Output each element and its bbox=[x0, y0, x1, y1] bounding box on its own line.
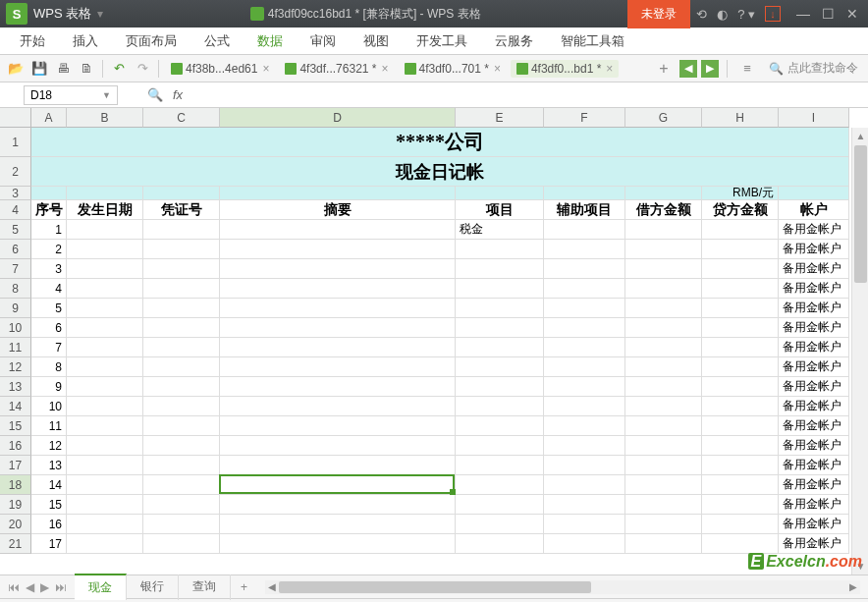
cell[interactable] bbox=[544, 377, 625, 397]
cell[interactable] bbox=[544, 456, 625, 475]
cell[interactable]: 13 bbox=[31, 456, 67, 475]
cell[interactable] bbox=[220, 534, 456, 554]
cell[interactable] bbox=[702, 357, 779, 377]
cell[interactable] bbox=[625, 534, 702, 554]
col-header-A[interactable]: A bbox=[31, 108, 67, 128]
header-发生日期[interactable]: 发生日期 bbox=[67, 200, 143, 220]
cell[interactable] bbox=[702, 259, 779, 279]
cell[interactable] bbox=[220, 259, 456, 279]
cell[interactable] bbox=[544, 187, 625, 200]
col-header-E[interactable]: E bbox=[456, 108, 544, 128]
cell[interactable] bbox=[67, 534, 143, 554]
cell[interactable] bbox=[456, 259, 544, 279]
doc-tab[interactable]: 4f3df0...701 *× bbox=[399, 60, 507, 78]
cell[interactable] bbox=[143, 377, 220, 397]
cell[interactable] bbox=[702, 397, 779, 416]
cells-area[interactable]: *****公司现金日记帐RMB/元序号发生日期凭证号摘要项目辅助项目借方金额贷方… bbox=[31, 128, 849, 554]
cell[interactable]: 7 bbox=[31, 338, 67, 357]
row-header-2[interactable]: 2 bbox=[0, 157, 31, 187]
name-box[interactable]: D18 ▼ bbox=[24, 85, 118, 105]
cell[interactable] bbox=[456, 377, 544, 397]
minimize-icon[interactable]: — bbox=[796, 6, 810, 22]
cell[interactable]: 6 bbox=[31, 318, 67, 338]
col-header-C[interactable]: C bbox=[143, 108, 220, 128]
add-tab-icon[interactable]: + bbox=[655, 60, 673, 78]
header-辅助项目[interactable]: 辅助项目 bbox=[544, 200, 625, 220]
cell[interactable] bbox=[220, 338, 456, 357]
cell[interactable] bbox=[456, 279, 544, 299]
row-header-13[interactable]: 13 bbox=[0, 377, 31, 397]
dropdown-icon[interactable]: ▼ bbox=[102, 90, 111, 100]
cell[interactable]: 税金 bbox=[456, 220, 544, 240]
help-icon[interactable]: ? ▾ bbox=[737, 7, 755, 22]
cell[interactable] bbox=[544, 357, 625, 377]
cell[interactable]: 备用金帐户 bbox=[779, 515, 849, 534]
menu-云服务[interactable]: 云服务 bbox=[483, 27, 545, 55]
cell[interactable] bbox=[143, 259, 220, 279]
scroll-down-icon[interactable]: ▼ bbox=[852, 558, 868, 575]
row-header-20[interactable]: 20 bbox=[0, 515, 31, 534]
doc-tab[interactable]: 4f38b...4ed61× bbox=[165, 60, 275, 78]
cell[interactable] bbox=[625, 220, 702, 240]
row-header-9[interactable]: 9 bbox=[0, 299, 31, 318]
cell[interactable] bbox=[702, 377, 779, 397]
cell[interactable] bbox=[456, 416, 544, 436]
cell[interactable] bbox=[625, 416, 702, 436]
col-header-G[interactable]: G bbox=[625, 108, 702, 128]
cell[interactable] bbox=[702, 436, 779, 456]
sheet-prev-icon[interactable]: ◀ bbox=[24, 580, 36, 594]
cell[interactable] bbox=[220, 318, 456, 338]
cell[interactable]: 8 bbox=[31, 357, 67, 377]
cell[interactable] bbox=[143, 279, 220, 299]
row-header-12[interactable]: 12 bbox=[0, 357, 31, 377]
row-header-10[interactable]: 10 bbox=[0, 318, 31, 338]
cell[interactable] bbox=[143, 456, 220, 475]
search-command[interactable]: 🔍 点此查找命令 bbox=[763, 60, 864, 77]
cancel-icon[interactable]: 🔍 bbox=[147, 87, 163, 102]
cell[interactable] bbox=[625, 377, 702, 397]
close-tab-icon[interactable]: × bbox=[262, 62, 269, 76]
tab-prev-icon[interactable]: ◀ bbox=[679, 60, 697, 78]
cell[interactable] bbox=[625, 495, 702, 515]
cell[interactable] bbox=[220, 377, 456, 397]
cell[interactable] bbox=[456, 436, 544, 456]
cell[interactable] bbox=[456, 338, 544, 357]
cell[interactable]: 备用金帐户 bbox=[779, 240, 849, 259]
cell[interactable]: 备用金帐户 bbox=[779, 377, 849, 397]
cell[interactable] bbox=[625, 338, 702, 357]
cell[interactable] bbox=[67, 377, 143, 397]
col-header-H[interactable]: H bbox=[702, 108, 779, 128]
menu-公式[interactable]: 公式 bbox=[192, 27, 242, 55]
print-direct-icon[interactable]: 🖶 bbox=[54, 60, 72, 78]
cell[interactable]: 备用金帐户 bbox=[779, 436, 849, 456]
cell[interactable]: 备用金帐户 bbox=[779, 299, 849, 318]
cell[interactable] bbox=[625, 515, 702, 534]
close-tab-icon[interactable]: × bbox=[382, 62, 389, 76]
cell[interactable] bbox=[67, 259, 143, 279]
cell[interactable] bbox=[544, 515, 625, 534]
menu-页面布局[interactable]: 页面布局 bbox=[114, 27, 189, 55]
cell[interactable] bbox=[544, 534, 625, 554]
fx-label[interactable]: fx bbox=[173, 87, 183, 102]
cell[interactable] bbox=[220, 357, 456, 377]
cell[interactable]: 1 bbox=[31, 220, 67, 240]
cell[interactable]: 12 bbox=[31, 436, 67, 456]
cell[interactable] bbox=[143, 299, 220, 318]
header-帐户[interactable]: 帐户 bbox=[779, 200, 849, 220]
cell[interactable] bbox=[220, 240, 456, 259]
cell[interactable] bbox=[67, 456, 143, 475]
cell[interactable] bbox=[143, 475, 220, 495]
cell[interactable] bbox=[143, 534, 220, 554]
cell[interactable]: 备用金帐户 bbox=[779, 338, 849, 357]
cell[interactable] bbox=[220, 436, 456, 456]
cell[interactable] bbox=[625, 357, 702, 377]
sheet-tab-现金[interactable]: 现金 bbox=[75, 574, 127, 600]
row-header-19[interactable]: 19 bbox=[0, 495, 31, 515]
cell[interactable] bbox=[456, 397, 544, 416]
row-header-6[interactable]: 6 bbox=[0, 240, 31, 259]
cell[interactable] bbox=[220, 220, 456, 240]
row-header-7[interactable]: 7 bbox=[0, 259, 31, 279]
cell[interactable] bbox=[143, 436, 220, 456]
menu-开发工具[interactable]: 开发工具 bbox=[405, 27, 479, 55]
cell[interactable] bbox=[143, 515, 220, 534]
